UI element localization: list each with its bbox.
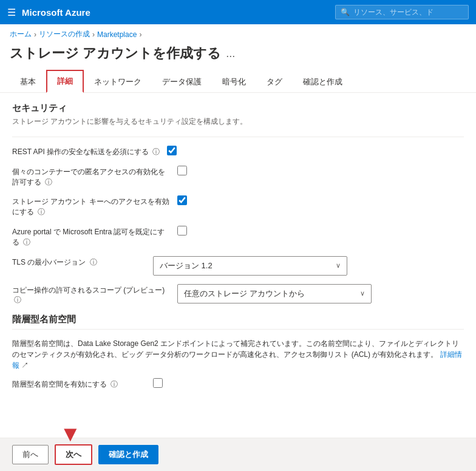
rest-api-checkbox-wrapper [167,146,177,155]
form-row-namespace: 階層型名前空間を有効にする ⓘ [12,378,464,390]
breadcrumb-marketplace[interactable]: Marketplace [97,30,137,39]
form-row-storage-key: ストレージ アカウント キーへのアクセスを有効にする ⓘ [12,195,464,217]
tls-dropdown[interactable]: バージョン 1.2 ∨ [153,256,347,276]
breadcrumb-sep-3: › [139,30,141,39]
storage-key-info-icon[interactable]: ⓘ [38,208,45,216]
tab-data[interactable]: データ保護 [152,70,212,93]
breadcrumb-sep-1: › [34,30,36,39]
form-row-anonymous: 個々のコンテナーでの匿名アクセスの有効化を許可する ⓘ [12,166,464,188]
rest-api-info-icon[interactable]: ⓘ [152,147,160,156]
entra-label: Azure portal で Microsoft Entra 認可を既定にする … [12,226,170,248]
namespace-title: 階層型名前空間 [12,314,464,325]
storage-key-label: ストレージ アカウント キーへのアクセスを有効にする ⓘ [12,195,170,217]
anonymous-label: 個々のコンテナーでの匿名アクセスの有効化を許可する ⓘ [12,166,170,188]
tls-value: バージョン 1.2 [160,260,212,271]
topbar: ☰ Microsoft Azure 🔍 [0,0,476,24]
namespace-section: 階層型名前空間 階層型名前空間は、Data Lake Storage Gen2 … [12,314,464,390]
search-input[interactable] [353,8,463,16]
namespace-label: 階層型名前空間を有効にする ⓘ [12,378,146,390]
storage-key-checkbox-wrapper [177,195,187,205]
breadcrumb: ホーム › リソースの作成 › Marketplace › [0,24,476,42]
copy-chevron-icon: ∨ [360,290,365,297]
breadcrumb-resources[interactable]: リソースの作成 [39,29,90,39]
security-title: セキュリティ [12,103,464,114]
breadcrumb-sep-2: › [92,30,95,39]
namespace-info-icon[interactable]: ⓘ [110,380,118,388]
tab-angouka[interactable]: 暗号化 [212,70,256,93]
storage-key-checkbox[interactable] [177,195,187,205]
copy-value: 任意のストレージ アカウントから [184,288,305,299]
form-row-copy: コピー操作の許可されるスコープ (プレビュー) ⓘ 任意のストレージ アカウント… [12,284,464,306]
separator-2 [12,329,464,330]
rest-api-label: REST API 操作の安全な転送を必須にする ⓘ [12,146,160,157]
copy-dropdown[interactable]: 任意のストレージ アカウントから ∨ [177,284,372,303]
search-icon: 🔍 [341,8,350,16]
tab-shousai[interactable]: 詳細 [46,70,84,93]
entra-info-icon[interactable]: ⓘ [23,238,30,246]
copy-info-icon[interactable]: ⓘ [14,296,21,304]
form-row-entra: Azure portal で Microsoft Entra 認可を既定にする … [12,226,464,248]
namespace-checkbox-wrapper [153,378,163,388]
tls-label: TLS の最小バージョン ⓘ [12,256,146,268]
entra-checkbox-wrapper [177,226,187,235]
namespace-desc: 階層型名前空間は、Data Lake Storage Gen2 エンドポイントに… [12,338,464,371]
main-content: セキュリティ ストレージ アカウントに影響を与えるセキュリティ設定を構成します。… [0,93,476,408]
copy-label: コピー操作の許可されるスコープ (プレビュー) ⓘ [12,284,170,306]
search-box[interactable]: 🔍 [335,5,469,19]
rest-api-checkbox[interactable] [167,146,177,155]
anonymous-info-icon[interactable]: ⓘ [45,178,52,186]
tabs-container: 基本 詳細 ネットワーク データ保護 暗号化 タグ 確認と作成 [0,70,476,93]
page-title: ストレージ アカウントを作成する [10,44,221,63]
tls-chevron-icon: ∨ [336,262,341,269]
app-logo: Microsoft Azure [22,7,90,18]
breadcrumb-home[interactable]: ホーム [10,29,32,39]
security-desc: ストレージ アカウントに影響を与えるセキュリティ設定を構成します。 [12,117,464,127]
form-row-tls: TLS の最小バージョン ⓘ バージョン 1.2 ∨ [12,256,464,276]
entra-checkbox[interactable] [177,226,187,235]
tab-kakunin[interactable]: 確認と作成 [293,70,353,93]
security-section: セキュリティ ストレージ アカウントに影響を与えるセキュリティ設定を構成します。… [12,103,464,305]
namespace-checkbox[interactable] [153,378,163,388]
anonymous-checkbox-wrapper [177,166,187,175]
page-title-options[interactable]: ... [226,47,235,60]
page-title-row: ストレージ アカウントを作成する ... [0,42,476,70]
separator-1 [12,137,464,137]
form-row-rest-api: REST API 操作の安全な転送を必須にする ⓘ [12,146,464,157]
hamburger-icon[interactable]: ☰ [7,7,16,18]
tab-tag[interactable]: タグ [256,70,293,93]
tls-info-icon[interactable]: ⓘ [90,258,97,266]
anonymous-checkbox[interactable] [177,166,187,175]
tab-network[interactable]: ネットワーク [84,70,152,93]
tab-kihon[interactable]: 基本 [10,70,46,93]
